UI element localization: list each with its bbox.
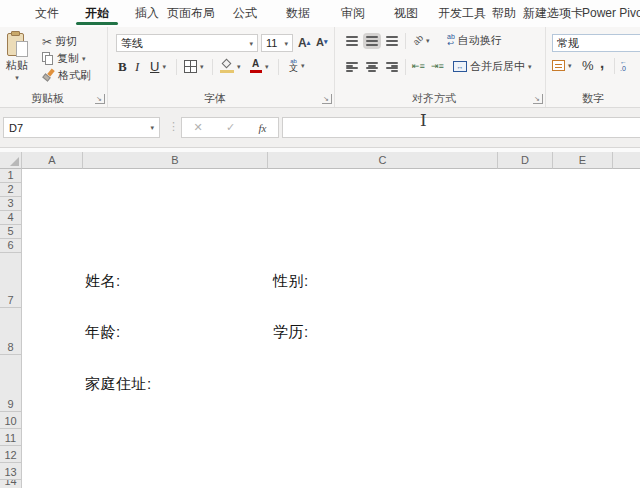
grow-font-button[interactable]: A▴	[298, 36, 310, 50]
orientation-caret-icon[interactable]: ▾	[426, 37, 430, 44]
column-header-f-partial[interactable]	[613, 152, 640, 169]
select-all-corner[interactable]	[0, 152, 22, 169]
tab-formulas[interactable]: 公式	[226, 0, 264, 27]
percent-style-button[interactable]: %	[582, 58, 594, 73]
tab-help[interactable]: 帮助	[486, 0, 522, 27]
shrink-font-button[interactable]: A▾	[316, 36, 327, 48]
align-left-button[interactable]	[345, 61, 359, 73]
font-name-select[interactable]: 等线 ▾	[116, 34, 258, 52]
ribbon-group-alignment: ab ▾ ab ↩ 自动换行 ⇤≡ ⇥≡ ↔ 合并后居中 ▾	[335, 27, 546, 107]
copy-dropdown-caret[interactable]: ▾	[82, 55, 86, 62]
tab-review[interactable]: 审阅	[334, 0, 372, 27]
row-header-5[interactable]: 5	[0, 225, 22, 239]
align-left-icon	[345, 61, 359, 73]
font-name-value: 等线	[121, 36, 143, 51]
row-header-12[interactable]: 12	[0, 446, 22, 463]
row-header-1[interactable]: 1	[0, 169, 22, 183]
paste-button[interactable]: 粘贴 ▾	[6, 32, 28, 81]
increase-decimal-button[interactable]: ←.0	[620, 58, 627, 72]
borders-caret-icon[interactable]: ▾	[200, 63, 204, 70]
spreadsheet-grid[interactable]: A B C D E 1 2 3 4 5 6 7 8 9 10 11 12 13 …	[0, 148, 640, 488]
tab-data[interactable]: 数据	[279, 0, 317, 27]
column-headers: A B C D E	[0, 152, 640, 169]
align-bottom-button[interactable]	[385, 35, 399, 47]
paste-dropdown-caret[interactable]: ▾	[15, 74, 19, 81]
row-header-11[interactable]: 11	[0, 429, 22, 446]
phonetic-caret-icon[interactable]: ▾	[301, 62, 305, 69]
font-color-button[interactable]: A ▾	[249, 59, 269, 73]
tab-view[interactable]: 视图	[387, 0, 425, 27]
font-dialog-launcher-icon[interactable]: ↘	[322, 94, 332, 104]
format-painter-button[interactable]: 格式刷	[42, 68, 91, 83]
font-size-caret-icon: ▾	[284, 40, 288, 47]
bold-button[interactable]: B	[118, 60, 127, 73]
cell-b9-address-label[interactable]: 家庭住址:	[85, 375, 152, 393]
tab-developer[interactable]: 开发工具	[436, 0, 488, 27]
font-size-select[interactable]: 11 ▾	[261, 34, 293, 52]
tab-new-tab[interactable]: 新建选项卡	[522, 0, 584, 27]
row-header-7[interactable]: 7	[0, 253, 22, 308]
column-header-b[interactable]: B	[83, 152, 268, 169]
orientation-button[interactable]: ab ▾	[413, 35, 430, 45]
italic-button[interactable]: I	[135, 60, 139, 73]
row-header-14[interactable]: 14	[0, 480, 22, 488]
confirm-icon[interactable]: ✓	[226, 121, 235, 134]
name-box[interactable]: D7 ▾	[3, 117, 160, 138]
ribbon-group-clipboard: 粘贴 ▾ ✂ 剪切 复制 ▾ 格式刷 剪贴板 ↘	[0, 27, 108, 107]
shrink-font-label: A	[316, 36, 324, 48]
decrease-indent-icon: ⇤≡	[412, 61, 425, 71]
row-header-3[interactable]: 3	[0, 197, 22, 211]
formula-input[interactable]	[282, 117, 640, 138]
number-format-select[interactable]: 常规	[552, 34, 640, 52]
align-top-button[interactable]	[345, 35, 359, 47]
tab-power-pivot[interactable]: Power Pivo	[582, 0, 640, 27]
row-header-8[interactable]: 8	[0, 308, 22, 355]
borders-button[interactable]: ▾	[184, 60, 204, 73]
increase-indent-button[interactable]: ⇥≡	[431, 61, 444, 71]
row-header-13[interactable]: 13	[0, 463, 22, 480]
underline-button[interactable]: U ▾	[150, 60, 166, 73]
fill-color-button[interactable]: ▾	[220, 60, 241, 73]
tab-file[interactable]: 文件	[28, 0, 66, 27]
align-right-icon	[385, 61, 399, 73]
align-middle-button[interactable]	[365, 35, 379, 47]
copy-label: 复制	[57, 51, 79, 66]
merge-center-caret-icon[interactable]: ▾	[528, 63, 532, 70]
row-header-10[interactable]: 10	[0, 412, 22, 429]
decrease-indent-button[interactable]: ⇤≡	[412, 61, 425, 71]
row-header-4[interactable]: 4	[0, 211, 22, 225]
accounting-caret-icon[interactable]: ▾	[568, 62, 572, 69]
cell-b7-name-label[interactable]: 姓名:	[85, 272, 121, 290]
row-header-6[interactable]: 6	[0, 239, 22, 253]
comma-style-button[interactable]: ,	[600, 58, 604, 68]
name-box-caret-icon[interactable]: ▾	[150, 124, 154, 131]
column-header-d[interactable]: D	[498, 152, 553, 169]
align-right-button[interactable]	[385, 61, 399, 73]
align-center-button[interactable]	[365, 61, 379, 73]
merge-center-button[interactable]: ↔ 合并后居中 ▾	[453, 59, 532, 74]
row-header-2[interactable]: 2	[0, 183, 22, 197]
phonetic-guide-button[interactable]: ab 文 ▾	[289, 58, 305, 73]
font-color-caret-icon[interactable]: ▾	[265, 63, 269, 70]
column-header-a[interactable]: A	[22, 152, 83, 169]
tab-insert[interactable]: 插入	[128, 0, 166, 27]
tab-page-layout[interactable]: 页面布局	[164, 0, 218, 27]
bold-label: B	[118, 60, 127, 73]
clipboard-dialog-launcher-icon[interactable]: ↘	[95, 94, 105, 104]
orientation-icon: ab	[411, 33, 425, 47]
cell-c8-education-label[interactable]: 学历:	[273, 323, 309, 341]
underline-caret-icon[interactable]: ▾	[162, 63, 166, 70]
cell-b8-age-label[interactable]: 年龄:	[85, 323, 121, 341]
alignment-dialog-launcher-icon[interactable]: ↘	[533, 94, 543, 104]
column-header-e[interactable]: E	[553, 152, 613, 169]
row-header-9[interactable]: 9	[0, 355, 22, 412]
cell-c7-gender-label[interactable]: 性别:	[273, 272, 309, 290]
cut-button[interactable]: ✂ 剪切	[42, 34, 77, 49]
cancel-icon[interactable]: ✕	[194, 121, 203, 134]
wrap-text-button[interactable]: ab ↩ 自动换行	[447, 33, 502, 48]
fill-color-caret-icon[interactable]: ▾	[237, 63, 241, 70]
copy-button[interactable]: 复制 ▾	[42, 51, 86, 66]
column-header-c[interactable]: C	[268, 152, 498, 169]
insert-function-icon[interactable]: fx	[258, 122, 266, 134]
accounting-format-button[interactable]: ▾	[552, 60, 572, 71]
